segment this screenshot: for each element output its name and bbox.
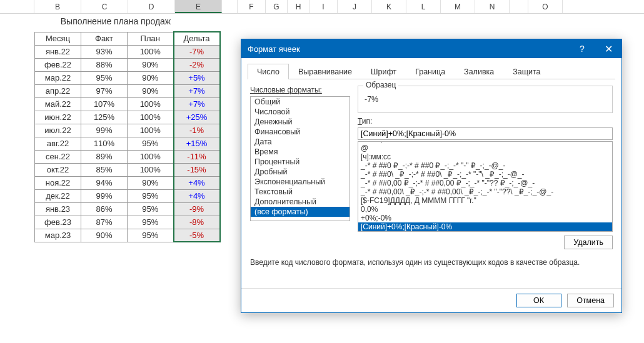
table-row[interactable]: фев.2288%90%-2% — [35, 58, 220, 71]
cell-month[interactable]: фев.23 — [35, 216, 81, 229]
header-fact[interactable]: Факт — [81, 32, 128, 45]
format-item[interactable]: Процентный — [251, 157, 350, 167]
cell-plan[interactable]: 100% — [128, 97, 174, 111]
code-item[interactable]: 0,0% — [358, 205, 612, 214]
column-header[interactable]: L — [406, 0, 441, 13]
table-row[interactable]: окт.2285%100%-15% — [35, 163, 220, 176]
table-row[interactable]: фев.2387%95%-8% — [35, 216, 220, 229]
header-delta[interactable]: Дельта — [174, 32, 220, 45]
cell-plan[interactable]: 95% — [128, 229, 174, 242]
cell-month[interactable]: дек.22 — [35, 189, 81, 202]
table-row[interactable]: дек.2299%95%+4% — [35, 189, 220, 202]
format-item[interactable]: Экспоненциальный — [251, 177, 350, 187]
close-button[interactable]: ✕ — [595, 39, 621, 58]
cell-delta[interactable]: -9% — [174, 202, 220, 216]
cell-plan[interactable]: 100% — [128, 124, 174, 137]
cell-plan[interactable]: 95% — [128, 137, 174, 150]
column-header[interactable]: G — [266, 0, 288, 13]
cell-month[interactable]: май.22 — [35, 97, 81, 111]
format-item[interactable]: (все форматы) — [251, 207, 350, 217]
ok-button[interactable]: ОК — [516, 294, 561, 307]
column-header[interactable]: I — [309, 0, 338, 13]
column-header[interactable]: N — [475, 0, 510, 13]
column-header[interactable] — [510, 0, 528, 13]
column-header[interactable]: F — [238, 0, 266, 13]
cell-month[interactable]: апр.22 — [35, 84, 81, 97]
cell-delta[interactable]: +4% — [174, 189, 220, 202]
cell-month[interactable]: янв.23 — [35, 202, 81, 216]
number-formats-list[interactable]: ОбщийЧисловойДенежныйФинансовыйДатаВремя… — [250, 96, 350, 221]
code-item[interactable]: _-* # ##0 ₽_-;-* # ##0 ₽_-;_-* "-" ₽_-;_… — [358, 161, 612, 170]
format-codes-list[interactable]: мм:сс,0@[ч]:мм:сс_-* # ##0 ₽_-;-* # ##0 … — [358, 141, 613, 232]
format-item[interactable]: Числовой — [251, 107, 350, 117]
cell-delta[interactable]: -8% — [174, 216, 220, 229]
cell-plan[interactable]: 90% — [128, 71, 174, 84]
cell-delta[interactable]: +4% — [174, 176, 220, 189]
format-item[interactable]: Денежный — [251, 117, 350, 127]
table-row[interactable]: авг.22110%95%+15% — [35, 137, 220, 150]
cell-delta[interactable]: -7% — [174, 45, 220, 58]
table-row[interactable]: мар.2295%90%+5% — [35, 71, 220, 84]
cell-plan[interactable]: 90% — [128, 58, 174, 71]
column-header[interactable]: B — [34, 0, 81, 13]
cell-month[interactable]: окт.22 — [35, 163, 81, 176]
delete-button[interactable]: Удалить — [564, 236, 613, 249]
format-item[interactable]: Общий — [251, 97, 350, 107]
cell-fact[interactable]: 99% — [81, 124, 128, 137]
cell-fact[interactable]: 125% — [81, 111, 128, 124]
cell-month[interactable]: ноя.22 — [35, 176, 81, 189]
cell-month[interactable]: мар.22 — [35, 71, 81, 84]
cell-fact[interactable]: 89% — [81, 150, 128, 163]
format-type-input[interactable] — [358, 127, 613, 140]
cell-plan[interactable]: 100% — [128, 150, 174, 163]
help-button[interactable]: ? — [569, 39, 595, 58]
format-item[interactable]: Финансовый — [251, 127, 350, 137]
cell-month[interactable]: янв.22 — [35, 45, 81, 58]
code-item[interactable]: _-* # ##0\ _₽_-;-* # ##0\ _₽_-;_-* "-"\ … — [358, 170, 612, 179]
table-row[interactable]: ноя.2294%90%+4% — [35, 176, 220, 189]
cell-delta[interactable]: -2% — [174, 58, 220, 71]
format-item[interactable]: Дополнительный — [251, 197, 350, 207]
cell-delta[interactable]: +25% — [174, 111, 220, 124]
column-header[interactable]: E — [175, 0, 222, 13]
table-row[interactable]: мар.2390%95%-5% — [35, 229, 220, 242]
code-item[interactable]: _-* # ##0,00\ _₽_-;-* # ##0,00\ _₽_-;_-*… — [358, 187, 612, 196]
cell-plan[interactable]: 95% — [128, 216, 174, 229]
cell-delta[interactable]: +7% — [174, 84, 220, 97]
table-row[interactable]: апр.2297%90%+7% — [35, 84, 220, 97]
cell-month[interactable]: сен.22 — [35, 150, 81, 163]
column-header[interactable]: H — [288, 0, 309, 13]
table-row[interactable]: сен.2289%100%-11% — [35, 150, 220, 163]
cell-delta[interactable]: -11% — [174, 150, 220, 163]
cell-plan[interactable]: 90% — [128, 84, 174, 97]
tab-Защита[interactable]: Защита — [503, 64, 550, 79]
format-item[interactable]: Дата — [251, 137, 350, 147]
code-item[interactable]: [ч]:мм:сс — [358, 152, 612, 161]
code-item[interactable]: @ — [358, 144, 612, 152]
cell-plan[interactable]: 95% — [128, 202, 174, 216]
tab-Граница[interactable]: Граница — [406, 64, 455, 79]
cell-fact[interactable]: 95% — [81, 71, 128, 84]
cell-fact[interactable]: 94% — [81, 176, 128, 189]
cell-fact[interactable]: 107% — [81, 97, 128, 111]
cell-plan[interactable]: 100% — [128, 163, 174, 176]
tab-Число[interactable]: Число — [248, 64, 289, 79]
cell-delta[interactable]: -1% — [174, 124, 220, 137]
tab-Выравнивание[interactable]: Выравнивание — [289, 64, 361, 79]
cell-fact[interactable]: 110% — [81, 137, 128, 150]
code-item[interactable]: _-* # ##0,00 ₽_-;-* # ##0,00 ₽_-;_-* "-"… — [358, 179, 612, 187]
column-header[interactable]: J — [338, 0, 372, 13]
cell-fact[interactable]: 85% — [81, 163, 128, 176]
code-item[interactable]: [$-FC19]ДДДД, Д ММММ ГГГГ "г." — [358, 196, 612, 205]
column-header[interactable]: O — [528, 0, 563, 13]
column-header[interactable]: K — [372, 0, 406, 13]
cancel-button[interactable]: Отмена — [567, 294, 614, 307]
format-item[interactable]: Текстовый — [251, 187, 350, 197]
code-item[interactable]: [Синий]+0%;[Красный]-0% — [358, 222, 612, 231]
cell-delta[interactable]: -5% — [174, 229, 220, 242]
cell-plan[interactable]: 100% — [128, 111, 174, 124]
header-plan[interactable]: План — [128, 32, 174, 45]
column-header[interactable] — [0, 0, 34, 13]
cell-month[interactable]: мар.23 — [35, 229, 81, 242]
cell-plan[interactable]: 90% — [128, 176, 174, 189]
